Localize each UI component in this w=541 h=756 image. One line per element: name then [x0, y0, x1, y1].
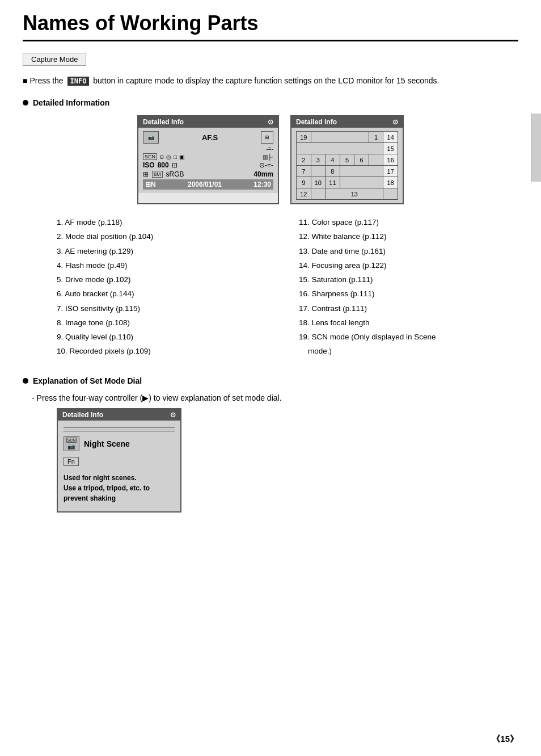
cell-13: 13 [326, 188, 383, 200]
cell-15: 15 [383, 143, 398, 154]
cell-9: 9 [297, 177, 311, 188]
intro-text: ■ Press the INFO button in capture mode … [23, 76, 518, 86]
press-text: Press the [29, 76, 63, 85]
cell-empty4 [311, 166, 326, 177]
cell-empty2 [297, 143, 383, 154]
info-keyword: INFO [67, 77, 90, 86]
cell-empty8 [383, 188, 398, 200]
cell-2: 2 [297, 154, 311, 166]
cell-16: 16 [383, 154, 398, 166]
cell-empty3 [369, 154, 384, 166]
items-left-col: 1. AF mode (p.118) 2. Mode dial position… [57, 217, 276, 360]
page-title: Names of Working Parts [23, 11, 518, 41]
cell-6: 6 [354, 154, 369, 166]
list-item-13: 13. Date and time (p.161) [299, 246, 518, 257]
dots-row: · -=- [143, 146, 273, 152]
date-row: ⊞N 2006/01/01 12:30 [143, 179, 273, 190]
cell-7: 7 [297, 166, 311, 177]
intro-rest: button in capture mode to display the ca… [93, 76, 439, 85]
capture-mode-tab: Capture Mode [23, 53, 86, 66]
scn-box: SCN [143, 153, 157, 160]
list-item-7: 7. ISO sensitivity (p.115) [57, 303, 276, 314]
lcd-row1: 📷 AF.S ⊞ [143, 131, 273, 144]
set-mode-section: Explanation of Set Mode Dial - Press the… [23, 376, 518, 513]
diagrams-row: Detailed Info ⊙ 📷 AF.S ⊞ · -=- SCN ⊙ ◎ □ [23, 115, 518, 204]
scn-icons-row: SCN ⊙ ◎ □ ▣ ▥├· [143, 153, 273, 160]
iso-row: ISO 800 ⊡ ⊙-=- [143, 161, 273, 169]
page-number: 《15》 [492, 734, 518, 745]
cell-1: 1 [369, 132, 384, 143]
list-item-12: 12. White balance (p.112) [299, 231, 518, 242]
list-item-5: 5. Drive mode (p.102) [57, 274, 276, 285]
fn-badge: Fn [64, 457, 79, 466]
items-right-col: 11. Color space (p.117) 12. White balanc… [299, 217, 518, 360]
list-item-1: 1. AF mode (p.118) [57, 217, 276, 228]
set-mode-title: Explanation of Set Mode Dial [23, 376, 518, 385]
cell-14: 14 [383, 132, 398, 143]
night-desc-2: Use a tripod, tripod, etc. to [64, 483, 175, 493]
cell-8: 8 [326, 166, 340, 177]
af-label: AF.S [202, 133, 218, 142]
hr3 [64, 431, 175, 432]
lcd-bottom: Detailed Info ⊙ SCN 📷 Night Scene Fn [57, 408, 181, 513]
cell-empty7 [311, 188, 326, 200]
cell-19: 19 [297, 132, 311, 143]
list-item-10: 10. Recorded pixels (p.109) [57, 346, 276, 357]
cell-5: 5 [340, 154, 355, 166]
list-item-2: 2. Mode dial position (p.104) [57, 231, 276, 242]
list-item-11: 11. Color space (p.117) [299, 217, 518, 228]
pixels-box: 6M [152, 171, 163, 178]
hr2 [64, 430, 175, 430]
lcd-bottom-body: SCN 📷 Night Scene Fn Used for night scen… [58, 421, 180, 511]
bullet-dot2 [23, 378, 28, 384]
list-item-17: 17. Contrast (p.111) [299, 303, 518, 314]
bottom-lcd-wrap: Detailed Info ⊙ SCN 📷 Night Scene Fn [23, 408, 518, 513]
list-item-14: 14. Focusing area (p.122) [299, 260, 518, 271]
items-list-row: 1. AF mode (p.118) 2. Mode dial position… [23, 217, 518, 360]
side-tab [531, 114, 541, 182]
detailed-info-section: Detailed Information Detailed Info ⊙ 📷 A… [23, 98, 518, 360]
night-cam-icon: SCN 📷 [64, 436, 79, 451]
list-item-8: 8. Image tone (p.108) [57, 317, 276, 329]
lcd-right-header: Detailed Info ⊙ [291, 116, 403, 128]
list-item-18: 18. Lens focal length [299, 317, 518, 329]
night-desc-1: Used for night scenes. [64, 473, 175, 483]
grid-row: ⊞ 6M sRGB 40mm [143, 170, 273, 178]
cell-12: 12 [297, 188, 311, 200]
list-item-9: 9. Quality level (p.110) [57, 331, 276, 343]
hr1 [64, 427, 175, 428]
night-scene-label: Night Scene [84, 439, 130, 448]
list-item-16: 16. Sharpness (p.111) [299, 288, 518, 300]
list-item-4: 4. Flash mode (p.49) [57, 260, 276, 271]
cell-empty1 [311, 132, 369, 143]
cell-18: 18 [383, 177, 398, 188]
list-item-6: 6. Auto bracket (p.144) [57, 288, 276, 300]
lcd-left-header: Detailed Info ⊙ [138, 116, 278, 128]
night-desc-3: prevent shaking [64, 493, 175, 503]
cell-4: 4 [326, 154, 340, 166]
cell-10: 10 [311, 177, 326, 188]
detailed-info-title: Detailed Information [23, 98, 518, 107]
cell-11: 11 [326, 177, 340, 188]
lcd-right-body: 19 1 14 15 2 3 4 5 6 16 7 [291, 128, 403, 203]
lcd-left-body: 📷 AF.S ⊞ · -=- SCN ⊙ ◎ □ ▣ ▥├· ISO [138, 128, 278, 193]
lcd-left: Detailed Info ⊙ 📷 AF.S ⊞ · -=- SCN ⊙ ◎ □ [137, 115, 279, 204]
cell-3: 3 [311, 154, 326, 166]
bullet-dot [23, 100, 28, 106]
list-item-15: 15. Saturation (p.111) [299, 274, 518, 285]
list-item-3: 3. AE metering (p.129) [57, 246, 276, 257]
lcd-right: Detailed Info ⊙ 19 1 14 15 2 3 4 [290, 115, 404, 204]
cell-empty5 [340, 166, 384, 177]
lcd-bottom-header: Detailed Info ⊙ [58, 409, 180, 421]
set-mode-sub: - Press the four-way controller (▶) to v… [23, 393, 518, 402]
list-item-19: 19. SCN mode (Only displayed in Scene [299, 331, 518, 343]
night-scene-row: SCN 📷 Night Scene [64, 436, 175, 451]
cell-17: 17 [383, 166, 398, 177]
num-grid: 19 1 14 15 2 3 4 5 6 16 7 [296, 131, 398, 200]
bracket-icon: ⊞ [261, 131, 273, 144]
cam-icon: 📷 [143, 131, 159, 144]
cell-empty6 [340, 177, 384, 188]
list-item-19b: mode.) [299, 346, 518, 357]
